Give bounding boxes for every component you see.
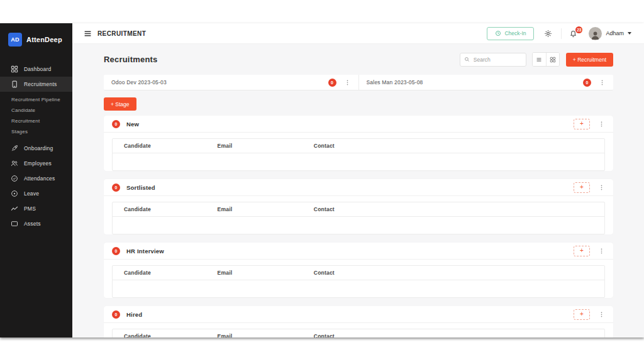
user-menu[interactable]: Adham	[589, 27, 631, 40]
kebab-icon	[598, 121, 605, 128]
column-header-email: Email	[206, 206, 303, 212]
sidebar-item-label: Leave	[24, 190, 39, 197]
sidebar-item-assets[interactable]: Assets	[0, 216, 72, 231]
column-header-contact: Contact	[303, 270, 604, 276]
user-name: Adham	[606, 30, 624, 36]
add-candidate-button[interactable]: +	[574, 182, 590, 193]
tab-menu-button[interactable]	[591, 79, 606, 86]
tab-menu-button[interactable]	[336, 79, 351, 86]
table-empty-body	[113, 217, 604, 234]
stage-menu-button[interactable]	[590, 311, 605, 318]
tab-count-badge: 0	[328, 79, 336, 87]
column-header-contact: Contact	[303, 206, 604, 212]
brand-logo: AD	[8, 33, 22, 47]
avatar	[589, 27, 602, 40]
topbar-title: RECRUITMENT	[97, 30, 146, 37]
tab-sales-man[interactable]: Sales Man 2023-05-08 0	[358, 75, 614, 90]
candidates-table: Candidate Email Contact	[112, 138, 605, 171]
stage-count-badge: 0	[112, 120, 120, 128]
sidebar-item-recruitments[interactable]: Recruitments	[0, 77, 72, 92]
column-header-candidate: Candidate	[113, 270, 206, 276]
tab-label: Odoo Dev 2023-05-03	[111, 79, 328, 85]
stage-menu-button[interactable]	[590, 121, 605, 128]
column-header-contact: Contact	[303, 333, 604, 337]
page: AD AttenDeep Dashboard Recruitments Recr…	[0, 0, 644, 362]
stage-title: HR Interview	[126, 248, 574, 255]
add-stage-button[interactable]: + Stage	[104, 97, 136, 111]
stage-menu-button[interactable]	[590, 184, 605, 191]
dashboard-grid-icon	[11, 65, 18, 73]
column-header-email: Email	[206, 270, 303, 276]
stage-count-badge: 0	[112, 247, 120, 255]
gear-icon	[544, 30, 552, 38]
topbar-divider	[561, 28, 562, 39]
rocket-icon	[11, 145, 18, 152]
kebab-icon	[598, 311, 605, 318]
tab-odoo-dev[interactable]: Odoo Dev 2023-05-03 0	[104, 75, 358, 90]
candidates-table: Candidate Email Contact	[112, 202, 605, 234]
sidebar-item-employees[interactable]: Employees	[0, 156, 72, 171]
app-window: AD AttenDeep Dashboard Recruitments Recr…	[0, 23, 644, 337]
stage-card-sortlisted: 0 Sortlisted + Candidate Email Contact	[104, 179, 613, 234]
tablet-icon	[11, 80, 18, 88]
add-candidate-button[interactable]: +	[574, 119, 590, 129]
notification-count-badge: 23	[575, 26, 582, 33]
brand: AD AttenDeep	[0, 23, 72, 55]
sidebar-item-attendances[interactable]: Attendances	[0, 171, 72, 186]
sidebar-subitem-recruitment[interactable]: Recruitment	[0, 116, 72, 126]
page-title: Recruitments	[104, 55, 157, 64]
sidebar-item-onboarding[interactable]: Onboarding	[0, 141, 72, 156]
trend-line-icon	[11, 205, 18, 212]
brand-name: AttenDeep	[26, 36, 62, 43]
sidebar-item-pms[interactable]: PMS	[0, 201, 72, 216]
column-header-candidate: Candidate	[113, 333, 206, 337]
recruitment-tabs: Odoo Dev 2023-05-03 0 Sales Man 2023-05-…	[104, 75, 613, 90]
kebab-icon	[598, 184, 605, 191]
chevron-down-icon	[628, 32, 631, 35]
stage-title: Sortlisted	[126, 184, 574, 191]
kebab-icon	[344, 79, 351, 86]
column-header-email: Email	[206, 143, 303, 149]
grid-icon	[550, 57, 556, 63]
table-empty-body	[113, 280, 604, 297]
stage-title: New	[126, 121, 574, 128]
add-candidate-button[interactable]: +	[574, 246, 590, 256]
search-icon	[464, 57, 470, 62]
stage-card-header: 0 New +	[104, 116, 613, 133]
column-header-candidate: Candidate	[113, 206, 206, 212]
add-candidate-button[interactable]: +	[574, 309, 590, 320]
tab-label: Sales Man 2023-05-08	[367, 79, 584, 85]
sidebar-item-label: Onboarding	[24, 145, 53, 151]
record-circle-icon	[11, 190, 18, 197]
stage-card-header: 0 Hired +	[104, 306, 613, 323]
hamburger-icon	[84, 30, 92, 38]
topbar-actions: Check-In 23 Adham	[487, 27, 631, 40]
sidebar-item-label: Assets	[24, 221, 41, 227]
stage-card-new: 0 New + Candidate Email Contact	[104, 116, 613, 171]
header-tools: + Recruitment	[460, 52, 613, 67]
stage-menu-button[interactable]	[590, 248, 605, 255]
column-header-contact: Contact	[303, 143, 604, 149]
sidebar-subitem-stages[interactable]: Stages	[0, 126, 72, 137]
grid-view-button[interactable]	[546, 53, 559, 66]
check-circle-icon	[11, 175, 18, 182]
stage-title: Hired	[126, 311, 574, 318]
stage-card-header: 0 HR Interview +	[104, 243, 613, 260]
sidebar-subitem-candidate[interactable]: Candidate	[0, 105, 72, 116]
sidebar-submenu-recruitments: Recruitment Pipeline Candidate Recruitme…	[0, 92, 72, 141]
sidebar-item-leave[interactable]: Leave	[0, 186, 72, 201]
table-header-row: Candidate Email Contact	[113, 329, 604, 337]
column-header-candidate: Candidate	[113, 143, 206, 149]
sidebar-subitem-recruitment-pipeline[interactable]: Recruitment Pipeline	[0, 94, 72, 105]
list-view-button[interactable]	[533, 53, 546, 66]
settings-button[interactable]	[544, 30, 552, 38]
menu-toggle-button[interactable]	[84, 30, 92, 38]
add-recruitment-button[interactable]: + Recruitment	[566, 53, 613, 67]
list-icon	[536, 57, 542, 63]
kebab-icon	[599, 79, 606, 86]
check-in-button[interactable]: Check-In	[487, 27, 534, 40]
monitor-icon	[11, 220, 18, 228]
sidebar-item-dashboard[interactable]: Dashboard	[0, 62, 72, 77]
main-area: RECRUITMENT Check-In 23	[72, 23, 644, 337]
notifications-button[interactable]: 23	[569, 30, 577, 38]
